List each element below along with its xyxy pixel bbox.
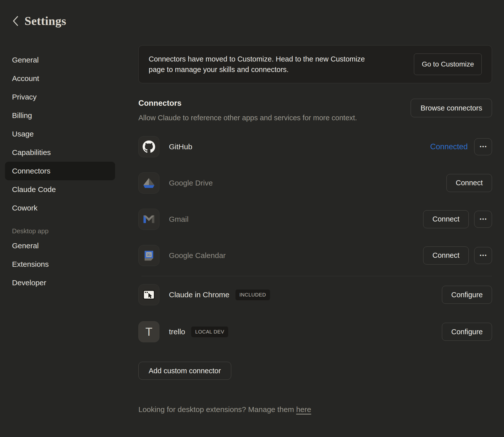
sidebar-item-connectors[interactable]: Connectors	[5, 162, 115, 180]
claude-in-chrome-tile	[138, 284, 159, 305]
sidebar-item-usage[interactable]: Usage	[5, 125, 115, 143]
connectors-heading: Connectors	[138, 99, 357, 108]
sidebar-item-claude-code[interactable]: Claude Code	[5, 180, 115, 199]
add-custom-connector-button[interactable]: Add custom connector	[138, 362, 231, 380]
row-controls: Connect•••	[423, 246, 492, 264]
connector-name: Google Calendar	[169, 251, 226, 260]
connector-name: Google Drive	[169, 179, 213, 187]
google-calendar-tile: 31	[138, 245, 159, 266]
connector-name: trello	[169, 328, 185, 336]
connect-button-gmail[interactable]: Connect	[423, 210, 469, 228]
row-controls: Connect•••	[423, 210, 492, 228]
moved-notice-banner: Connectors have moved to Customize. Head…	[138, 45, 492, 83]
settings-sidebar: GeneralAccountPrivacyBillingUsageCapabil…	[5, 29, 115, 292]
ellipsis-menu-button-google-calendar[interactable]: •••	[474, 247, 492, 264]
row-controls: Connected•••	[430, 138, 492, 155]
manage-here-link[interactable]: here	[296, 405, 311, 414]
google-drive-icon	[142, 177, 156, 189]
github-tile	[138, 136, 159, 157]
connector-row-google-drive: Google DriveConnect	[138, 165, 492, 201]
sidebar-item-privacy[interactable]: Privacy	[5, 88, 115, 106]
connector-row-trello: TtrelloLOCAL DEVConfigure	[138, 313, 492, 350]
connectors-panel: Connectors have moved to Customize. Head…	[138, 29, 492, 414]
connected-status: Connected	[430, 142, 468, 151]
row-controls: Configure	[442, 323, 492, 341]
sidebar-item-billing[interactable]: Billing	[5, 106, 115, 125]
ellipsis-menu-button-gmail[interactable]: •••	[474, 211, 492, 228]
connectors-subtitle: Allow Claude to reference other apps and…	[138, 114, 357, 122]
google-drive-tile	[138, 172, 159, 194]
go-to-customize-button[interactable]: Go to Customize	[414, 54, 482, 75]
connect-button-google-calendar[interactable]: Connect	[423, 246, 469, 264]
sidebar-section-label: Desktop app	[5, 227, 115, 235]
row-controls: Configure	[442, 286, 492, 304]
sidebar-item-cowork[interactable]: Cowork	[5, 199, 115, 217]
included-badge: INCLUDED	[235, 290, 270, 300]
configure-button-claude-in-chrome[interactable]: Configure	[442, 286, 492, 304]
moved-notice-text: Connectors have moved to Customize. Head…	[149, 54, 374, 75]
trello-tile: T	[138, 321, 159, 342]
connector-name: Claude in Chrome	[169, 290, 229, 299]
connector-row-google-calendar: 31Google CalendarConnect•••	[138, 237, 492, 274]
configure-button-trello[interactable]: Configure	[442, 323, 492, 341]
back-chevron-icon[interactable]	[12, 16, 19, 26]
settings-header: Settings	[0, 0, 504, 29]
connector-row-claude-in-chrome: Claude in ChromeINCLUDEDConfigure	[138, 276, 492, 313]
sidebar-item-general[interactable]: General	[5, 51, 115, 69]
sidebar-item-desktop-general[interactable]: General	[5, 236, 115, 255]
sidebar-item-desktop-extensions[interactable]: Extensions	[5, 255, 115, 274]
claude-in-chrome-icon	[142, 288, 156, 302]
gmail-tile	[138, 209, 159, 230]
connectors-section-head: Connectors Allow Claude to reference oth…	[138, 99, 492, 122]
github-icon	[143, 140, 155, 153]
connector-name: Gmail	[169, 215, 188, 224]
gmail-icon	[142, 214, 155, 225]
connect-button-google-drive[interactable]: Connect	[446, 174, 492, 192]
connector-row-gmail: GmailConnect•••	[138, 201, 492, 237]
sidebar-item-desktop-developer[interactable]: Developer	[5, 274, 115, 292]
ellipsis-menu-button-github[interactable]: •••	[474, 138, 492, 155]
svg-text:31: 31	[147, 252, 151, 256]
local-dev-badge: LOCAL DEV	[191, 326, 228, 337]
page-title: Settings	[25, 14, 66, 28]
sidebar-item-account[interactable]: Account	[5, 69, 115, 88]
connector-list: GitHubConnected•••Google DriveConnectGma…	[138, 128, 492, 350]
desktop-extensions-text: Looking for desktop extensions? Manage t…	[138, 405, 296, 414]
google-calendar-icon: 31	[143, 249, 155, 262]
row-controls: Connect	[446, 174, 492, 192]
desktop-extensions-note: Looking for desktop extensions? Manage t…	[138, 405, 492, 414]
sidebar-item-capabilities[interactable]: Capabilities	[5, 143, 115, 162]
connector-name: GitHub	[169, 142, 192, 151]
connector-row-github: GitHubConnected•••	[138, 128, 492, 165]
browse-connectors-button[interactable]: Browse connectors	[411, 99, 492, 117]
trello-icon: T	[145, 325, 152, 338]
